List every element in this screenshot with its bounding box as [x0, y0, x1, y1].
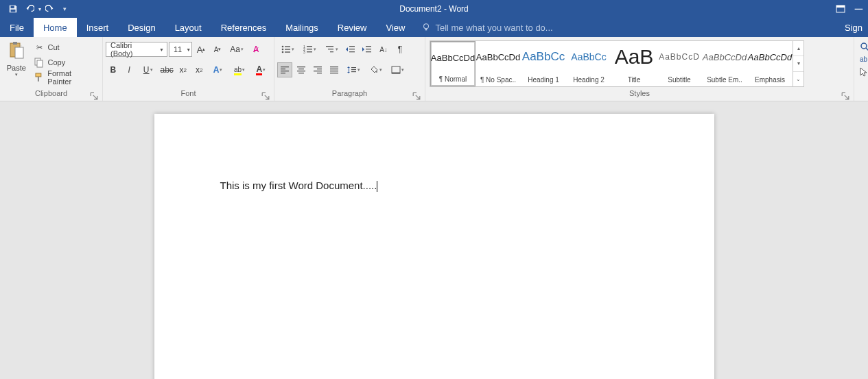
style-name: Heading 2: [573, 76, 605, 84]
svg-point-17: [281, 51, 283, 53]
align-left-icon: [280, 66, 290, 74]
justify-button[interactable]: [327, 62, 342, 77]
align-center-button[interactable]: [294, 62, 309, 77]
style-subtle-em-[interactable]: AaBbCcDdSubtle Em..: [702, 41, 747, 86]
font-name-select[interactable]: Calibri (Body)▼: [106, 42, 167, 57]
svg-rect-29: [349, 49, 355, 49]
style-subtitle[interactable]: AaBbCcDSubtitle: [657, 41, 702, 86]
align-right-button[interactable]: [310, 62, 325, 77]
sign-in-button[interactable]: Sign: [839, 18, 868, 37]
show-marks-button[interactable]: ¶: [392, 42, 408, 57]
styles-expand[interactable]: ⌄: [793, 72, 804, 86]
tab-view[interactable]: View: [376, 18, 414, 37]
copy-button[interactable]: Copy: [32, 56, 98, 69]
styles-scroll-down[interactable]: ▾: [793, 56, 804, 71]
undo-button[interactable]: [22, 1, 37, 16]
style-title[interactable]: AaBTitle: [611, 41, 657, 86]
style-heading-1[interactable]: AaBbCcHeading 1: [521, 41, 566, 86]
style--normal[interactable]: AaBbCcDd¶ Normal: [430, 41, 476, 86]
svg-rect-8: [15, 47, 23, 58]
style-emphasis[interactable]: AaBbCcDdEmphasis: [747, 41, 793, 86]
document-text[interactable]: This is my first Word Document.....: [220, 180, 377, 191]
numbering-button[interactable]: 123▾: [299, 42, 320, 57]
svg-rect-54: [392, 66, 400, 73]
svg-rect-16: [285, 49, 290, 49]
lightbulb-icon: [421, 23, 431, 32]
svg-rect-0: [11, 6, 14, 9]
select-button[interactable]: [860, 67, 868, 77]
ribbon-display-icon[interactable]: [836, 5, 845, 13]
replace-button[interactable]: ab: [860, 56, 868, 63]
redo-button[interactable]: [43, 1, 58, 16]
clear-formatting-button[interactable]: A̷: [248, 42, 263, 57]
shrink-font-button[interactable]: A▾: [210, 42, 225, 57]
tab-references[interactable]: References: [211, 18, 276, 37]
align-left-button[interactable]: [277, 62, 292, 77]
tab-mailings[interactable]: Mailings: [276, 18, 328, 37]
font-size-select[interactable]: 11▼: [169, 42, 192, 57]
document-page[interactable]: This is my first Word Document.....: [154, 114, 714, 379]
grow-font-button[interactable]: A▴: [193, 42, 209, 57]
text-effects-button[interactable]: A▾: [208, 62, 228, 77]
tab-design[interactable]: Design: [118, 18, 165, 37]
subscript-button[interactable]: x2: [176, 62, 191, 77]
multilevel-list-button[interactable]: ▾: [321, 42, 342, 57]
sort-button[interactable]: A↓: [376, 42, 391, 57]
style-name: Title: [628, 76, 641, 84]
tell-me-search[interactable]: Tell me what you want to do...: [414, 18, 839, 37]
undo-dropdown[interactable]: ▾: [38, 6, 41, 12]
save-button[interactable]: [5, 1, 21, 16]
tab-layout[interactable]: Layout: [165, 18, 211, 37]
font-dialog-launcher[interactable]: [261, 92, 270, 100]
bold-button[interactable]: B: [106, 62, 121, 77]
style-preview: AaBbCcDd: [431, 45, 475, 71]
strikethrough-button[interactable]: abc: [159, 62, 174, 77]
bucket-icon: [369, 65, 379, 75]
svg-point-13: [281, 46, 283, 48]
clipboard-dialog-launcher[interactable]: [90, 92, 98, 100]
italic-button[interactable]: I: [122, 62, 137, 77]
svg-rect-7: [13, 42, 17, 45]
tab-review[interactable]: Review: [328, 18, 377, 37]
styles-scroll-up[interactable]: ▴: [793, 41, 804, 56]
bullets-button[interactable]: ▾: [277, 42, 298, 57]
minimize-button[interactable]: ─: [855, 3, 863, 15]
group-styles: AaBbCcDd¶ NormalAaBbCcDd¶ No Spac..AaBbC…: [425, 37, 854, 101]
increase-indent-button[interactable]: [360, 42, 375, 57]
paintbrush-icon: [34, 72, 45, 83]
underline-button[interactable]: U▾: [138, 62, 158, 77]
format-painter-button[interactable]: Format Painter: [32, 71, 98, 84]
highlight-button[interactable]: ab▾: [229, 62, 249, 77]
styles-dialog-launcher[interactable]: [841, 92, 849, 100]
svg-rect-33: [366, 51, 371, 52]
line-spacing-button[interactable]: ▾: [343, 62, 364, 77]
group-editing: ab: [854, 37, 868, 101]
style-name: Emphasis: [755, 76, 785, 84]
paragraph-dialog-launcher[interactable]: [412, 92, 421, 100]
decrease-indent-button[interactable]: [343, 42, 358, 57]
change-case-button[interactable]: Aa▾: [226, 42, 247, 57]
style-name: ¶ Normal: [439, 75, 467, 83]
shading-button[interactable]: ▾: [365, 62, 386, 77]
document-canvas[interactable]: This is my first Word Document.....: [0, 101, 868, 379]
borders-button[interactable]: ▾: [387, 62, 408, 77]
svg-rect-18: [285, 51, 290, 52]
paste-button[interactable]: Paste ▾: [3, 39, 30, 88]
cut-button[interactable]: ✂ Cut: [32, 40, 98, 54]
tab-home[interactable]: Home: [34, 18, 77, 37]
svg-rect-48: [330, 71, 338, 71]
font-color-button[interactable]: A▾: [251, 62, 271, 77]
pilcrow-icon: ¶: [398, 45, 402, 54]
tab-file[interactable]: File: [0, 18, 34, 37]
style-heading-2[interactable]: AaBbCcHeading 2: [566, 41, 611, 86]
qat-customize[interactable]: ▾: [63, 5, 67, 12]
paragraph-group-label: Paragraph: [332, 89, 367, 97]
font-group-label: Font: [180, 89, 196, 97]
cut-label: Cut: [47, 43, 59, 51]
find-button[interactable]: [860, 42, 868, 51]
tab-insert[interactable]: Insert: [77, 18, 119, 37]
superscript-button[interactable]: x2: [191, 62, 207, 77]
style-name: Subtitle: [668, 76, 690, 84]
svg-rect-41: [298, 73, 304, 73]
style--no-spac-[interactable]: AaBbCcDd¶ No Spac..: [476, 41, 521, 86]
